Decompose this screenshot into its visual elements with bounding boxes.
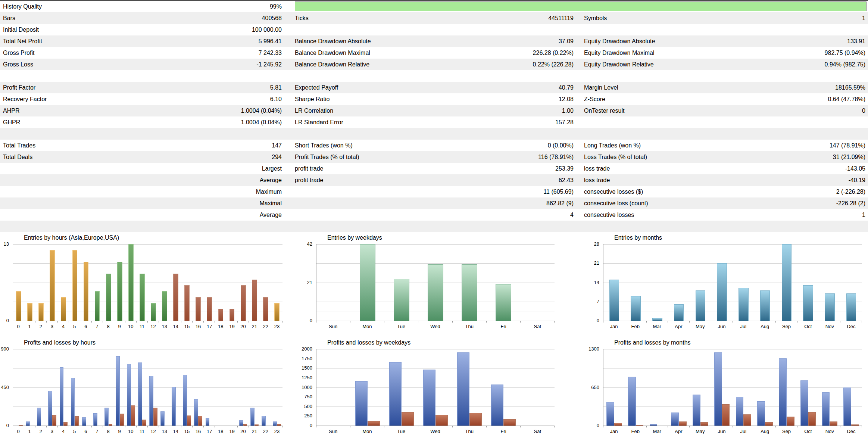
bar-slot: [418, 244, 452, 321]
bar-slot: [69, 349, 80, 426]
bar-month_blue: [739, 288, 749, 321]
x-axis-tick-label: 23: [271, 324, 282, 329]
stats-cell: Margin Level18165.59%: [575, 82, 868, 93]
x-axis-tick-label: 14: [170, 324, 181, 329]
x-axis-tick-label: 2: [35, 324, 46, 329]
x-axis-tick: [690, 321, 711, 323]
x-axis-tick-label: 18: [215, 429, 226, 434]
bar-profit_blue: [491, 385, 503, 426]
stats-row: Total Trades147Short Trades (won %)0 (0.…: [0, 140, 868, 151]
stats-row: Total Net Profit5 996.41Balance Drawdown…: [0, 35, 868, 47]
bar-profit_blue: [26, 421, 30, 426]
stats-cell: Average: [0, 174, 284, 186]
bar-weekday_green: [360, 244, 375, 321]
bar-slot: [819, 349, 841, 426]
x-axis-tick: [260, 321, 271, 323]
stats-cell: Loss Trades (% of total)31 (21.09%): [575, 151, 868, 163]
stat-label: Equity Drawdown Absolute: [584, 35, 655, 47]
bar-slot: [125, 244, 137, 321]
x-axis-tick-label: Sep: [776, 324, 797, 329]
plot-area: [316, 244, 555, 321]
stat-value: 18165.59%: [835, 82, 865, 93]
x-axis-tick-label: 13: [159, 324, 170, 329]
stats-cell: Average: [0, 209, 284, 221]
x-axis-tick-label: Sep: [776, 429, 797, 434]
bar-slots: [13, 244, 282, 321]
y-axis-labels: 9004500: [0, 349, 9, 426]
chart-title: Entries by hours (Asia,Europe,USA): [24, 234, 119, 241]
stat-label: Expected Payoff: [295, 82, 338, 93]
bar-loss_red: [722, 404, 730, 426]
x-axis-tick: [47, 426, 58, 427]
stat-label: Balance Drawdown Relative: [295, 59, 369, 70]
bar-loss_red: [765, 422, 773, 426]
bar-slot: [603, 244, 625, 321]
bar-profit_blue: [628, 377, 636, 426]
stats-cell: profit trade62.43: [284, 174, 575, 186]
bar-profit_blue: [71, 378, 75, 426]
bar-slot: [690, 244, 711, 321]
stats-cell: Profit Factor5.81: [0, 82, 284, 93]
stats-row: [0, 70, 868, 82]
bar-europe: [151, 303, 156, 321]
bar-slot: [58, 349, 69, 426]
stat-value: 11 (605.69): [543, 186, 574, 197]
stats-cell: Initial Deposit100 000.00: [0, 24, 284, 35]
x-axis-tick: [159, 321, 170, 323]
x-axis-tick: [711, 321, 733, 323]
x-axis-tick-label: 19: [226, 324, 237, 329]
bar-europe: [140, 274, 145, 321]
bar-profit_blue: [60, 367, 64, 426]
stats-cell: Gross Profit7 242.33: [0, 47, 284, 59]
x-axis-tick: [80, 321, 91, 323]
stats-cell: 4: [284, 209, 575, 221]
bar-profit_blue: [671, 413, 679, 426]
stats-row: Average4consecutive losses1: [0, 209, 868, 221]
x-axis-tick: [625, 426, 647, 427]
stats-cell: Balance Drawdown Maximal226.28 (0.22%): [284, 47, 575, 59]
bar-loss_red: [435, 415, 448, 426]
x-axis-tick: [35, 426, 47, 427]
bar-profit_blue: [355, 381, 368, 426]
stat-value: 31 (21.09%): [833, 151, 865, 163]
x-axis-tick-label: 10: [125, 324, 136, 329]
bar-usa: [230, 309, 235, 321]
stats-cell: Z-Score0.64 (47.78%): [575, 93, 868, 105]
x-axis-labels: SunMonTueWedThuFriSat: [316, 429, 555, 434]
bar-slot: [797, 349, 819, 426]
plot-area: [603, 244, 862, 321]
bar-slot: [453, 244, 487, 321]
stat-value: 157.28: [555, 116, 574, 128]
bar-slot: [521, 244, 555, 321]
x-axis-tick: [137, 426, 148, 427]
bar-slot: [776, 244, 797, 321]
stats-cell: Equity Drawdown Relative0.94% (982.75): [575, 59, 868, 70]
x-axis-tick: [103, 426, 114, 427]
bar-slot: [47, 349, 58, 426]
stat-value: 99%: [270, 1, 282, 12]
y-axis-tick-label: 2000: [302, 346, 312, 352]
chart-title: Profits and losses by hours: [24, 339, 96, 346]
stat-value: 0 (0.00%): [548, 140, 574, 151]
stats-row: Profit Factor5.81Expected Payoff40.79Mar…: [0, 82, 868, 93]
stat-value: 253.39: [555, 163, 574, 174]
bar-slot: [35, 349, 47, 426]
x-axis-tick-label: 7: [91, 429, 103, 434]
stat-value: 147: [272, 140, 282, 151]
stat-value: 2 (-226.28): [836, 186, 865, 197]
bar-slot: [24, 244, 35, 321]
stat-value: 116 (78.91%): [538, 151, 574, 163]
y-axis-tick-label: 650: [591, 385, 599, 390]
x-axis-tick: [148, 426, 159, 427]
x-axis-tick: [92, 321, 103, 323]
bar-month_blue: [631, 296, 641, 321]
x-axis-tick-label: Fri: [486, 429, 520, 434]
x-axis-tick-label: Nov: [819, 324, 840, 329]
bar-month_blue: [696, 290, 706, 321]
bar-slot: [204, 244, 215, 321]
x-axis-tick: [316, 321, 350, 323]
bar-slot: [92, 244, 103, 321]
stat-value: 1: [862, 209, 865, 221]
bar-profit_blue: [822, 392, 830, 426]
bar-slot: [350, 349, 384, 426]
